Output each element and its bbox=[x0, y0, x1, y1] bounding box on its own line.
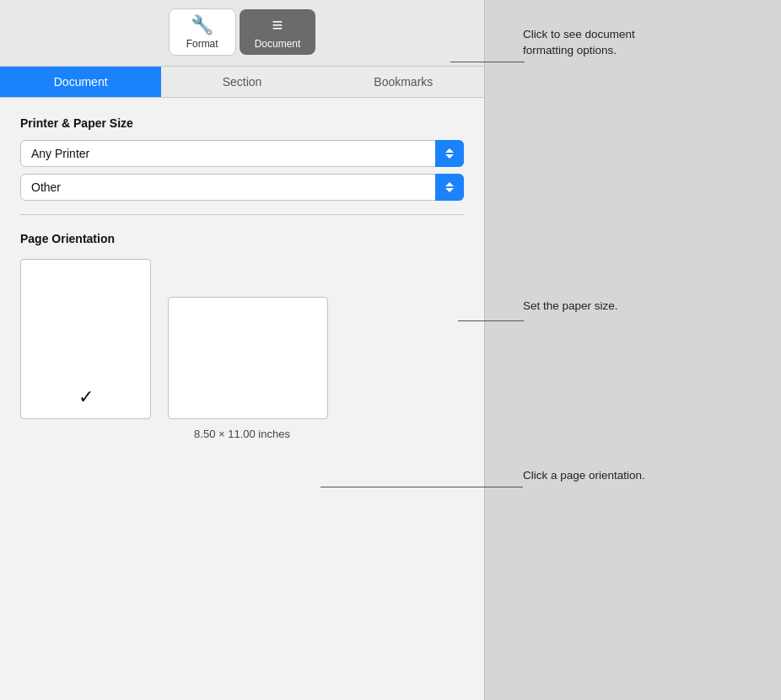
doc-callout-text: Click to see documentformatting options. bbox=[523, 28, 635, 57]
landscape-card[interactable] bbox=[168, 297, 328, 419]
document-label: Document bbox=[255, 38, 301, 50]
orient-callout-line bbox=[320, 487, 523, 487]
document-button[interactable]: ≡ Document bbox=[240, 9, 316, 55]
toolbar: 🔧 Format ≡ Document bbox=[0, 0, 484, 67]
dimensions-label: 8.50 × 11.00 inches bbox=[20, 428, 464, 440]
inspector-panel: 🔧 Format ≡ Document Document Section Boo… bbox=[0, 0, 485, 700]
doc-callout: Click to see documentformatting options. bbox=[523, 27, 768, 59]
format-button[interactable]: 🔧 Format bbox=[169, 8, 236, 56]
panel-content: Printer & Paper Size Any Printer PDF Pri… bbox=[0, 98, 484, 700]
document-icon: ≡ bbox=[272, 16, 283, 35]
tab-bookmarks[interactable]: Bookmarks bbox=[323, 67, 484, 97]
paper-callout: Set the paper size. bbox=[523, 299, 751, 315]
printer-section-title: Printer & Paper Size bbox=[20, 116, 464, 130]
printer-select-wrapper: Any Printer PDF Printer Add Printer... bbox=[20, 140, 464, 167]
orient-callout: Click a page orientation. bbox=[523, 468, 759, 484]
portrait-checkmark: ✓ bbox=[78, 386, 94, 408]
tab-document[interactable]: Document bbox=[0, 67, 161, 97]
paper-select-wrapper: Other US Letter A4 Legal Custom... bbox=[20, 174, 464, 201]
format-icon: 🔧 bbox=[191, 16, 213, 35]
tab-section[interactable]: Section bbox=[161, 67, 322, 97]
tabs-bar: Document Section Bookmarks bbox=[0, 67, 484, 98]
paper-callout-line bbox=[458, 320, 524, 321]
printer-select[interactable]: Any Printer PDF Printer Add Printer... bbox=[20, 140, 464, 167]
portrait-card[interactable]: ✓ bbox=[20, 259, 151, 419]
paper-callout-text: Set the paper size. bbox=[523, 299, 618, 312]
format-label: Format bbox=[186, 38, 218, 50]
doc-callout-line bbox=[450, 62, 525, 62]
paper-select[interactable]: Other US Letter A4 Legal Custom... bbox=[20, 174, 464, 201]
orient-callout-text: Click a page orientation. bbox=[523, 469, 645, 482]
orientation-section-title: Page Orientation bbox=[20, 232, 464, 245]
orientation-options: ✓ bbox=[20, 259, 464, 419]
divider bbox=[20, 214, 464, 215]
